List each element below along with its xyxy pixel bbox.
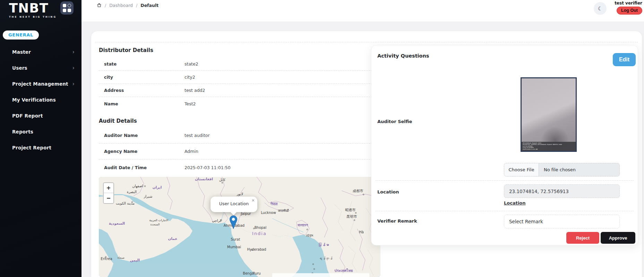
map-label: كابل xyxy=(219,178,225,182)
map-label: السعودية xyxy=(109,221,125,226)
section-badge-general: GENERAL xyxy=(3,31,39,40)
sidebar-item-label: Reports xyxy=(12,129,33,135)
remark-select[interactable]: Select Remark xyxy=(504,215,620,228)
map-label: Lucknow xyxy=(261,211,276,215)
selfie-file-input[interactable]: Choose File No file chosen xyxy=(504,163,620,176)
grid-dot xyxy=(63,4,66,7)
map-label: বাংলাদেশ xyxy=(297,223,308,227)
map-label: الامارات العربية xyxy=(149,218,169,222)
breadcrumb: /Dashboard/Default xyxy=(97,0,158,10)
sidebar-item-project-management[interactable]: Project Management› xyxy=(0,76,81,92)
details-section: Distributor Details statestate2citycity2… xyxy=(99,31,380,277)
map-label: 昭通市 xyxy=(345,208,356,212)
location-value-field[interactable]: 23.1074814, 72.5756913 xyxy=(504,184,620,198)
row-value: 2025-07-03 11:01:50 xyxy=(184,165,231,170)
map-popup-title: User Location xyxy=(211,201,257,206)
map-label: لابور xyxy=(237,192,243,196)
sidebar-item-pdf-report[interactable]: PDF Report xyxy=(0,108,81,124)
distributor-row: statestate2 xyxy=(99,58,380,71)
logout-button[interactable]: Log Out xyxy=(617,7,642,15)
theme-toggle-moon-icon[interactable]: ☾ xyxy=(594,2,607,15)
map-zoom-control: + − xyxy=(103,182,114,204)
sidebar-item-my-verifications[interactable]: My Verifications xyxy=(0,92,81,108)
audit-row: Audit Date / Time2025-07-03 11:01:50 xyxy=(99,159,380,175)
zoom-in-button[interactable]: + xyxy=(104,183,113,193)
sidebar-item-users[interactable]: Users› xyxy=(0,60,81,76)
map-label: India xyxy=(252,231,267,236)
row-value: city2 xyxy=(184,75,195,80)
map-label: المتحدة xyxy=(151,223,160,226)
map-attribution xyxy=(272,273,369,277)
activity-questions-title: Activity Questions xyxy=(377,53,429,59)
map-label: Surat xyxy=(231,237,240,241)
sidebar-item-label: PDF Report xyxy=(12,113,43,119)
map-label: ရန်ကုန် xyxy=(319,257,333,260)
sidebar: TNBT THE NEXT BIG THING GENERAL Master›U… xyxy=(0,0,81,277)
map-label: Jaipur xyxy=(241,212,251,216)
breadcrumb-item[interactable]: Dashboard xyxy=(109,3,133,8)
map-label: काठमाडौं xyxy=(278,209,289,213)
row-divider xyxy=(376,211,634,211)
map-label: ประเทศไทย xyxy=(334,268,353,272)
sidebar-item-reports[interactable]: Reports xyxy=(0,124,81,140)
breadcrumb-item[interactable]: Default xyxy=(140,3,158,8)
map-label: اصفهان xyxy=(132,184,143,188)
row-value: state2 xyxy=(184,61,198,67)
map-label: Bengaluru xyxy=(243,271,260,275)
row-label: Agency Name xyxy=(99,149,184,154)
reject-button[interactable]: Reject xyxy=(566,232,599,244)
popup-close-icon[interactable]: × xyxy=(252,198,255,203)
home-icon[interactable] xyxy=(97,3,102,8)
choose-file-button[interactable]: Choose File xyxy=(504,163,539,176)
approve-button[interactable]: Approve xyxy=(601,232,635,244)
row-label: city xyxy=(99,75,184,80)
row-value: Admin xyxy=(184,149,198,154)
map-label: صنعاء xyxy=(118,256,124,259)
map-label: افغانستان xyxy=(195,177,213,181)
user-name: test verifier xyxy=(615,1,642,6)
row-value: test auditor xyxy=(184,133,210,138)
distributor-row: citycity2 xyxy=(99,71,380,84)
row-value: test add2 xyxy=(184,88,205,93)
distributor-row: Addresstest add2 xyxy=(99,84,380,97)
map-label: ايران xyxy=(153,185,162,190)
file-status-text: No file chosen xyxy=(539,163,619,176)
geotag-caption-line: 03/07/2025 11:01 AM xyxy=(523,149,575,150)
map-label: Eritrea xyxy=(101,257,112,261)
app-logo[interactable]: TNBT THE NEXT BIG THING xyxy=(9,1,57,18)
map-label: Bhopal xyxy=(255,226,267,230)
auditor-selfie-label: Auditor Selfie xyxy=(377,119,412,124)
apps-grid-icon[interactable] xyxy=(60,1,74,15)
user-location-marker[interactable] xyxy=(229,215,238,229)
sidebar-item-master[interactable]: Master› xyxy=(0,44,81,60)
row-value: Test2 xyxy=(184,101,196,106)
map-label: مدينة الكويت xyxy=(116,201,135,205)
audit-row: Auditor Nametest auditor xyxy=(99,128,380,144)
sidebar-item-label: Project Report xyxy=(12,145,51,150)
location-label: Location xyxy=(377,189,399,194)
map-label: اليمن xyxy=(130,258,140,262)
selfie-geotag-caption: Ahmedabad, Gujarat, IndiaSundarvan, Sate… xyxy=(522,142,576,151)
chevron-right-icon: › xyxy=(72,76,75,92)
row-label: state xyxy=(99,61,184,67)
map-label: 昆明市 xyxy=(346,215,357,218)
distributor-row: NameTest2 xyxy=(99,97,380,110)
grid-dot xyxy=(63,9,66,12)
grid-dot xyxy=(68,9,71,12)
sidebar-item-label: Project Management xyxy=(12,81,68,87)
auditor-selfie-image[interactable]: Ahmedabad, Gujarat, IndiaSundarvan, Sate… xyxy=(521,77,577,152)
map-label: চট্টগ্রাম xyxy=(306,234,313,237)
map-canvas[interactable]: اصفهانايرانشيرازالبصرةمدينة الكويتالسعود… xyxy=(99,177,380,277)
sidebar-item-project-report[interactable]: Project Report xyxy=(0,140,81,156)
audit-row: Agency NameAdmin xyxy=(99,144,380,159)
distributor-details-table: statestate2citycity2Addresstest add2Name… xyxy=(99,58,380,110)
edit-button[interactable]: Edit xyxy=(613,53,636,66)
map-label: كراچى xyxy=(212,219,222,223)
map-label: البصرة xyxy=(127,190,137,194)
map-label: नेपाल xyxy=(270,201,278,206)
map[interactable]: اصفهانايرانشيرازالبصرةمدينة الكويتالسعود… xyxy=(99,177,380,277)
location-link[interactable]: Location xyxy=(504,200,526,206)
map-popup: User Location × xyxy=(211,197,257,212)
zoom-out-button[interactable]: − xyxy=(104,193,113,203)
breadcrumb-separator: / xyxy=(136,3,137,8)
